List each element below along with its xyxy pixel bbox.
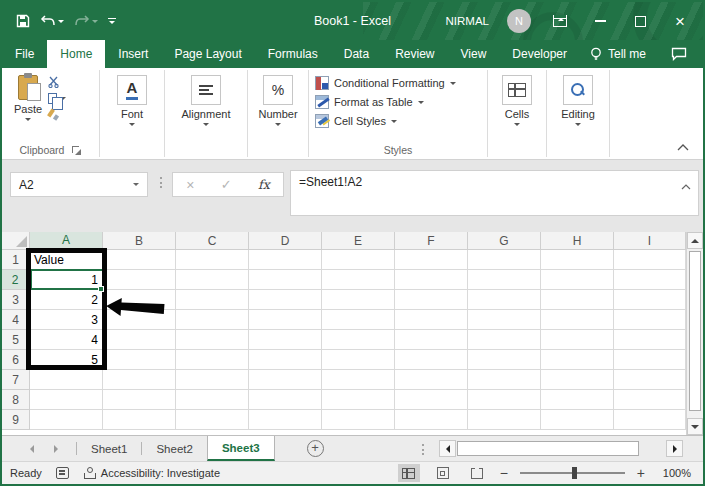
view-page-layout-button[interactable] <box>432 464 454 482</box>
sheet-nav-left-icon[interactable] <box>26 445 34 453</box>
column-header-e[interactable]: E <box>322 232 395 250</box>
cell-c7[interactable] <box>176 370 249 390</box>
cell-b8[interactable] <box>103 390 176 410</box>
number-dropdown-icon[interactable] <box>275 123 281 126</box>
vertical-scrollbar-thumb[interactable] <box>689 251 701 411</box>
paste-dropdown-icon[interactable] <box>25 118 31 121</box>
cancel-icon[interactable]: × <box>186 177 194 193</box>
cell-d9[interactable] <box>249 410 322 430</box>
cell-f2[interactable] <box>395 270 468 290</box>
cell-b2[interactable] <box>103 270 176 290</box>
cell-d5[interactable] <box>249 330 322 350</box>
cell-d6[interactable] <box>249 350 322 370</box>
user-name[interactable]: NIRMAL <box>446 15 489 27</box>
cell-e2[interactable] <box>322 270 395 290</box>
cell-d3[interactable] <box>249 290 322 310</box>
cell-g2[interactable] <box>468 270 541 290</box>
sheet-nav-right-icon[interactable] <box>54 445 58 453</box>
cells-dropdown-icon[interactable] <box>514 123 520 126</box>
column-header-g[interactable]: G <box>468 232 541 250</box>
cell-c5[interactable] <box>176 330 249 350</box>
number-group-button[interactable]: % Number <box>252 72 303 129</box>
row-header-7[interactable]: 7 <box>2 370 30 390</box>
cell-d7[interactable] <box>249 370 322 390</box>
cell-i6[interactable] <box>614 350 686 370</box>
column-header-h[interactable]: H <box>541 232 614 250</box>
scroll-down-button[interactable] <box>687 418 703 435</box>
cell-c2[interactable] <box>176 270 249 290</box>
customize-qat-icon[interactable] <box>108 18 116 25</box>
tab-page-layout[interactable]: Page Layout <box>161 40 254 68</box>
cell-e4[interactable] <box>322 310 395 330</box>
cell-h2[interactable] <box>541 270 614 290</box>
font-group-button[interactable]: A Font <box>111 72 153 129</box>
collapse-ribbon-button[interactable] <box>677 141 689 153</box>
cell-i4[interactable] <box>614 310 686 330</box>
cell-d1[interactable] <box>249 250 322 270</box>
cell-f6[interactable] <box>395 350 468 370</box>
alignment-dropdown-icon[interactable] <box>203 123 209 126</box>
tab-data[interactable]: Data <box>331 40 382 68</box>
minimize-button[interactable] <box>589 10 611 32</box>
cells-group-button[interactable]: Cells <box>496 72 538 129</box>
column-header-f[interactable]: F <box>395 232 468 250</box>
sheet-tab-sheet3[interactable]: Sheet3 <box>207 436 275 461</box>
tab-tell-me[interactable]: Tell me <box>580 40 656 68</box>
close-button[interactable]: × <box>669 10 691 32</box>
cell-i3[interactable] <box>614 290 686 310</box>
cell-h7[interactable] <box>541 370 614 390</box>
cell-f4[interactable] <box>395 310 468 330</box>
cell-e8[interactable] <box>322 390 395 410</box>
zoom-out-button[interactable]: − <box>500 465 508 481</box>
font-dropdown-icon[interactable] <box>129 123 135 126</box>
scroll-up-button[interactable] <box>687 232 703 249</box>
cell-f8[interactable] <box>395 390 468 410</box>
name-box-dropdown-icon[interactable] <box>133 183 139 186</box>
clipboard-dialog-launcher-icon[interactable] <box>72 146 81 155</box>
tab-home[interactable]: Home <box>47 40 105 68</box>
cell-g6[interactable] <box>468 350 541 370</box>
fill-handle[interactable] <box>98 286 104 292</box>
conditional-formatting-button[interactable]: Conditional Formatting <box>315 76 456 90</box>
cell-b7[interactable] <box>103 370 176 390</box>
cell-d8[interactable] <box>249 390 322 410</box>
tab-insert[interactable]: Insert <box>105 40 161 68</box>
formula-bar-input[interactable]: =Sheet1!A2 <box>290 170 699 216</box>
cell-b1[interactable] <box>103 250 176 270</box>
cell-f5[interactable] <box>395 330 468 350</box>
tab-review[interactable]: Review <box>382 40 447 68</box>
cell-h1[interactable] <box>541 250 614 270</box>
cell-a8[interactable] <box>30 390 103 410</box>
row-header-9[interactable]: 9 <box>2 410 30 430</box>
tab-view[interactable]: View <box>448 40 500 68</box>
formula-bar-expand-icon[interactable] <box>681 179 691 193</box>
column-header-c[interactable]: C <box>176 232 249 250</box>
zoom-level[interactable]: 100% <box>657 467 691 479</box>
copy-button[interactable] <box>48 93 66 104</box>
comments-button[interactable] <box>671 40 703 68</box>
cell-styles-button[interactable]: Cell Styles <box>315 114 456 128</box>
cell-h6[interactable] <box>541 350 614 370</box>
cell-i5[interactable] <box>614 330 686 350</box>
zoom-slider-handle[interactable] <box>572 467 577 479</box>
cell-g9[interactable] <box>468 410 541 430</box>
cell-i9[interactable] <box>614 410 686 430</box>
horizontal-scrollbar[interactable] <box>439 440 683 457</box>
horizontal-scrollbar-thumb[interactable] <box>457 441 639 456</box>
format-as-table-dropdown-icon[interactable] <box>418 101 424 104</box>
undo-dropdown-icon[interactable] <box>58 20 64 23</box>
row-header-8[interactable]: 8 <box>2 390 30 410</box>
editing-dropdown-icon[interactable] <box>575 123 581 126</box>
cell-e5[interactable] <box>322 330 395 350</box>
name-box[interactable]: A2 <box>10 172 148 197</box>
view-page-break-button[interactable] <box>466 464 488 482</box>
cell-f1[interactable] <box>395 250 468 270</box>
cell-g1[interactable] <box>468 250 541 270</box>
undo-button[interactable] <box>40 15 64 28</box>
tab-formulas[interactable]: Formulas <box>255 40 331 68</box>
cell-f3[interactable] <box>395 290 468 310</box>
conditional-formatting-dropdown-icon[interactable] <box>450 82 456 85</box>
vertical-scrollbar[interactable] <box>686 232 703 435</box>
cell-b5[interactable] <box>103 330 176 350</box>
cell-c9[interactable] <box>176 410 249 430</box>
